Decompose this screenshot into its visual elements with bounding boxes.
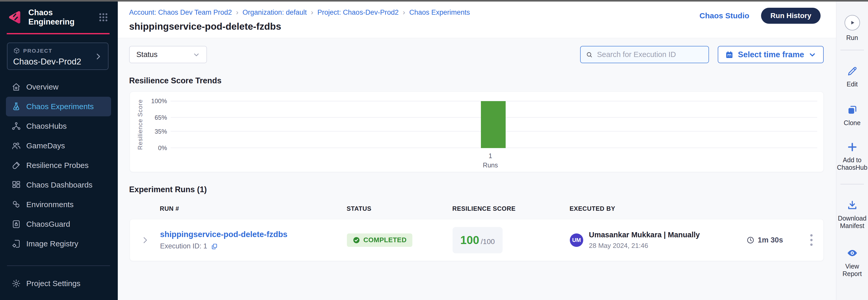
add-to-chaoshub-action[interactable]: Add to ChaosHub bbox=[836, 141, 868, 171]
run-action[interactable]: Run bbox=[836, 15, 868, 41]
calendar-icon bbox=[725, 50, 734, 59]
run-table-row: shippingservice-pod-delete-fzdbs Executi… bbox=[130, 219, 824, 261]
rail-label: Edit bbox=[847, 81, 858, 88]
expand-row-chevron-icon[interactable] bbox=[141, 236, 150, 244]
run-name-cell: shippingservice-pod-delete-fzdbs Executi… bbox=[160, 230, 347, 250]
score-cell: 100 /100 bbox=[453, 227, 570, 253]
plus-icon bbox=[847, 141, 858, 153]
clone-action[interactable]: Clone bbox=[836, 104, 868, 127]
view-report-action[interactable]: View Report bbox=[836, 247, 868, 277]
project-label: PROJECT bbox=[23, 48, 52, 54]
rail-label: Add to ChaosHub bbox=[836, 156, 868, 171]
sidebar-item-chaos-experiments[interactable]: Chaos Experiments bbox=[6, 97, 111, 116]
lock-card-icon bbox=[11, 219, 21, 229]
app-title: Chaos Engineering bbox=[28, 8, 98, 27]
rail-label: Clone bbox=[844, 119, 861, 127]
execution-id: Execution ID: 1 bbox=[160, 242, 207, 250]
cube-icon bbox=[13, 47, 20, 54]
clock-icon bbox=[746, 236, 754, 244]
row-menu-kebab-icon[interactable] bbox=[809, 233, 814, 247]
chaos-studio-link[interactable]: Chaos Studio bbox=[700, 11, 749, 20]
plot-area bbox=[170, 101, 817, 148]
status-dropdown[interactable]: Status bbox=[129, 46, 207, 63]
sidebar-item-label: Chaos Experiments bbox=[26, 102, 94, 111]
chevron-separator: › bbox=[236, 8, 238, 17]
status-dropdown-value: Status bbox=[136, 50, 157, 59]
avatar: UM bbox=[570, 234, 583, 247]
edit-action[interactable]: Edit bbox=[836, 65, 868, 88]
gear-icon bbox=[11, 278, 21, 289]
project-selector[interactable]: PROJECT Chaos-Dev-Prod2 bbox=[7, 42, 108, 70]
breadcrumb-chaos-experiments-link[interactable]: Chaos Experiments bbox=[409, 8, 470, 17]
copy-icon bbox=[847, 104, 858, 116]
breadcrumb-project-link[interactable]: Project: Chaos-Dev-Prod2 bbox=[317, 8, 399, 17]
page-header: Account: Chaos Dev Team Prod2 › Organiza… bbox=[118, 2, 836, 38]
home-icon bbox=[11, 82, 21, 92]
sidebar-item-resilience-probes[interactable]: Resilience Probes bbox=[0, 155, 118, 175]
column-status: STATUS bbox=[347, 205, 452, 212]
x-axis: 1 Runs bbox=[170, 148, 811, 169]
probe-icon bbox=[11, 160, 21, 170]
column-executed-by: EXECUTED BY bbox=[569, 205, 746, 212]
sidebar-item-label: Image Registry bbox=[26, 239, 79, 248]
chevron-down-icon bbox=[192, 51, 200, 59]
sidebar-item-chaos-dashboards[interactable]: Chaos Dashboards bbox=[0, 175, 118, 195]
play-icon bbox=[844, 15, 860, 30]
sidebar-item-environments[interactable]: Environments bbox=[0, 195, 118, 214]
y-tick: 35% bbox=[155, 128, 167, 135]
run-history-button[interactable]: Run History bbox=[761, 8, 820, 24]
brand-divider bbox=[7, 33, 110, 34]
hub-icon bbox=[11, 121, 21, 131]
score-total: /100 bbox=[480, 238, 495, 246]
rail-divider bbox=[840, 184, 864, 184]
search-input[interactable] bbox=[597, 50, 703, 59]
check-circle-icon bbox=[352, 236, 360, 244]
time-frame-label: Select time frame bbox=[738, 50, 804, 59]
flask-icon bbox=[11, 102, 21, 112]
dashboard-icon bbox=[11, 180, 21, 190]
x-axis-title: Runs bbox=[483, 161, 498, 169]
sidebar: Chaos Engineering PROJECT Chaos-Dev-Prod… bbox=[0, 2, 118, 300]
run-name-link[interactable]: shippingservice-pod-delete-fzdbs bbox=[160, 230, 287, 239]
app-switcher-icon[interactable] bbox=[98, 12, 108, 23]
y-tick: 65% bbox=[155, 114, 167, 121]
download-manifest-action[interactable]: Download Manifest bbox=[836, 200, 868, 230]
resilience-score-box: 100 /100 bbox=[453, 227, 502, 253]
breadcrumb-organization-link[interactable]: Organization: default bbox=[243, 8, 307, 17]
time-frame-button[interactable]: Select time frame bbox=[718, 46, 824, 63]
score-value: 100 bbox=[460, 234, 479, 247]
chaos-engineering-logo-icon bbox=[8, 10, 23, 25]
sidebar-item-chaoshubs[interactable]: ChaosHubs bbox=[0, 116, 118, 136]
column-run: RUN # bbox=[160, 205, 347, 212]
rail-divider bbox=[840, 50, 864, 50]
sidebar-item-label: Environments bbox=[26, 200, 73, 209]
sidebar-nav: Overview Chaos Experiments ChaosHubs Gam… bbox=[0, 77, 118, 253]
chevron-right-icon bbox=[94, 52, 102, 62]
x-tick: 1 bbox=[489, 152, 492, 160]
image-registry-icon bbox=[11, 239, 21, 249]
sidebar-item-project-settings[interactable]: Project Settings bbox=[0, 274, 118, 293]
sidebar-item-overview[interactable]: Overview bbox=[0, 77, 118, 97]
filter-row: Status Select time frame bbox=[129, 46, 824, 63]
search-icon bbox=[586, 51, 593, 59]
sidebar-item-label: Overview bbox=[26, 83, 59, 91]
sidebar-item-gamedays[interactable]: GameDays bbox=[0, 136, 118, 155]
executed-at: 28 May 2024, 21:46 bbox=[589, 242, 700, 250]
column-resilience-score: RESILIENCE SCORE bbox=[452, 205, 569, 212]
resilience-trends-title: Resilience Score Trends bbox=[129, 76, 824, 85]
sidebar-item-chaosguard[interactable]: ChaosGuard bbox=[0, 214, 118, 234]
y-axis-title: Resilience Score bbox=[134, 101, 146, 148]
status-label: COMPLETED bbox=[363, 236, 407, 244]
rail-label: Download Manifest bbox=[836, 215, 868, 230]
main-content: Account: Chaos Dev Team Prod2 › Organiza… bbox=[118, 2, 836, 300]
y-tick: 0% bbox=[158, 145, 167, 152]
copy-icon[interactable] bbox=[211, 243, 218, 250]
breadcrumb-account-link[interactable]: Account: Chaos Dev Team Prod2 bbox=[129, 8, 232, 17]
sidebar-item-label: GameDays bbox=[26, 141, 65, 150]
duration-cell: 1m 30s bbox=[746, 236, 799, 244]
resilience-score-bar[interactable] bbox=[481, 101, 506, 148]
status-badge: COMPLETED bbox=[347, 234, 412, 247]
executed-by-name: Umasankar Mukkara | Manually bbox=[589, 231, 700, 239]
sidebar-item-image-registry[interactable]: Image Registry bbox=[0, 234, 118, 253]
app-root: Chaos Engineering PROJECT Chaos-Dev-Prod… bbox=[0, 0, 868, 300]
